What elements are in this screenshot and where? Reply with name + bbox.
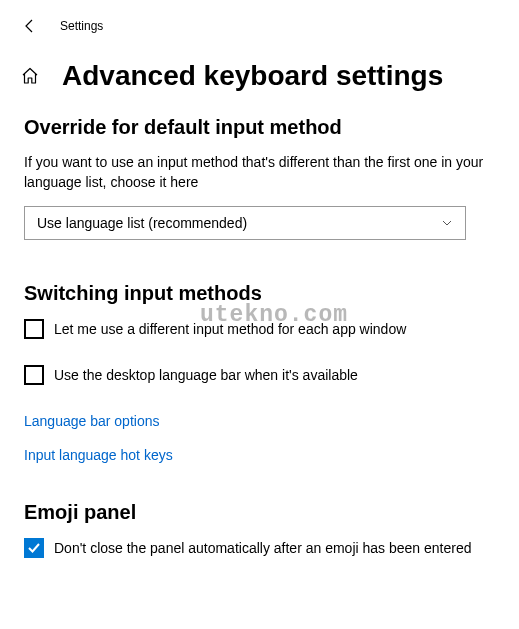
page-title: Advanced keyboard settings (62, 60, 443, 92)
desktop-language-bar-label[interactable]: Use the desktop language bar when it's a… (54, 367, 358, 383)
per-app-input-method-checkbox[interactable] (24, 319, 44, 339)
emoji-heading: Emoji panel (24, 501, 491, 524)
arrow-left-icon (22, 18, 38, 34)
desktop-language-bar-checkbox[interactable] (24, 365, 44, 385)
switching-heading: Switching input methods (24, 282, 491, 305)
switching-section: Switching input methods Let me use a dif… (24, 282, 491, 463)
override-section: Override for default input method If you… (24, 116, 491, 240)
home-icon (21, 67, 39, 85)
emoji-panel-autoclose-label[interactable]: Don't close the panel automatically afte… (54, 540, 471, 556)
app-title: Settings (60, 19, 103, 33)
override-description: If you want to use an input method that'… (24, 153, 491, 192)
home-button[interactable] (20, 66, 40, 86)
input-language-hotkeys-link[interactable]: Input language hot keys (24, 447, 491, 463)
emoji-panel-autoclose-checkbox[interactable] (24, 538, 44, 558)
per-app-input-method-label[interactable]: Let me use a different input method for … (54, 321, 406, 337)
desktop-language-bar-option: Use the desktop language bar when it's a… (24, 365, 491, 385)
per-app-input-method-option: Let me use a different input method for … (24, 319, 491, 339)
back-button[interactable] (18, 14, 42, 38)
override-heading: Override for default input method (24, 116, 491, 139)
input-method-dropdown[interactable]: Use language list (recommended) (24, 206, 466, 240)
dropdown-value: Use language list (recommended) (37, 215, 247, 231)
language-bar-options-link[interactable]: Language bar options (24, 413, 491, 429)
chevron-down-icon (441, 217, 453, 229)
emoji-panel-autoclose-option: Don't close the panel automatically afte… (24, 538, 491, 558)
emoji-section: Emoji panel Don't close the panel automa… (24, 501, 491, 558)
